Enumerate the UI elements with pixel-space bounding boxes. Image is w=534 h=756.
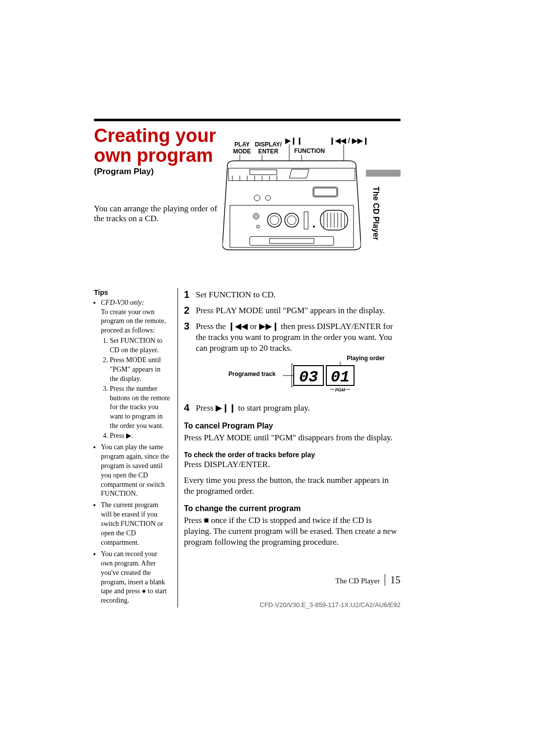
tip-item-3: The current program will be erased if yo… [101, 501, 171, 547]
footer-section-name: The CD Player [335, 577, 380, 585]
step-body: Set FUNCTION to CD. [196, 288, 276, 301]
step-body: Press PLAY MODE until "PGM" appears in t… [196, 304, 385, 317]
t: to start program play. [236, 403, 310, 413]
top-rule [94, 119, 400, 121]
next-track-icon: ▶▶❙ [259, 322, 279, 331]
change-body: Press ■ once if the CD is stopped and tw… [184, 515, 400, 548]
lcd-track-value: 03 [299, 368, 318, 386]
play-pause-icon: ▶❙❙ [216, 403, 236, 413]
tip-model-note: CFD-V30 only: [101, 299, 144, 306]
device-diagram [222, 139, 361, 252]
lcd-svg: 03 01 PGM [283, 361, 357, 393]
step-number: 4 [184, 401, 196, 414]
cancel-body: Press PLAY MODE until "PGM" disappears f… [184, 432, 400, 443]
tip-model: CFD-V30 only: To create your own program… [101, 298, 171, 441]
t: Press [196, 403, 216, 413]
step-3: 3 Press the ❙◀◀ or ▶▶❙ then press DISPLA… [184, 320, 400, 354]
intro-text: You can arrange the playing order of the… [94, 204, 218, 224]
tips-list: CFD-V30 only: To create your own program… [94, 298, 171, 606]
tip-model-step-4: Press ▶. [110, 431, 171, 441]
side-index-bar [366, 170, 400, 177]
t: Press the [196, 322, 228, 331]
check-body-2: Every time you press the button, the tra… [184, 475, 400, 497]
tip-model-step-3: Press the number buttons on the remote f… [110, 384, 171, 431]
lcd-programed-track-label: Programed track [228, 371, 275, 378]
step-number: 3 [184, 320, 196, 354]
title-line-2: own program [94, 145, 213, 166]
step-1: 1 Set FUNCTION to CD. [184, 288, 400, 301]
side-tab-label: The CD Player [371, 187, 380, 240]
step-number: 1 [184, 288, 196, 301]
page-footer: The CD Player 15 CFD-V20/V30.E_3-859-117… [94, 574, 400, 609]
footer-section-page: The CD Player 15 [94, 574, 400, 586]
two-column-layout: Tips CFD-V30 only: To create your own pr… [94, 288, 400, 608]
step-number: 2 [184, 304, 196, 317]
check-heading: To check the order of tracks before play [184, 450, 400, 459]
footer-page-number: 15 [385, 574, 400, 586]
lcd-pgm-indicator: PGM [335, 387, 346, 392]
main-instructions: 1 Set FUNCTION to CD. 2 Press PLAY MODE … [184, 288, 400, 608]
tips-heading: Tips [94, 288, 171, 297]
svg-point-33 [313, 226, 315, 228]
t: or [248, 322, 259, 331]
step-body: Press ▶❙❙ to start program play. [196, 401, 310, 414]
tips-sidebar: Tips CFD-V30 only: To create your own pr… [94, 288, 176, 608]
prev-track-icon: ❙◀◀ [228, 322, 248, 331]
lcd-order-value: 01 [331, 368, 350, 386]
lcd-illustration: Playing order Programed track 03 01 PGM [228, 357, 397, 396]
cancel-heading: To cancel Program Play [184, 421, 400, 431]
step-4: 4 Press ▶❙❙ to start program play. [184, 401, 400, 414]
step-2: 2 Press PLAY MODE until "PGM" appears in… [184, 304, 400, 317]
tip-model-substeps: Set FUNCTION to CD on the player. Press … [101, 336, 171, 441]
column-divider [178, 288, 178, 608]
step-body: Press the ❙◀◀ or ▶▶❙ then press DISPLAY/… [196, 320, 400, 354]
change-heading: To change the current program [184, 504, 400, 514]
footer-doc-id: CFD-V20/V30.E_3-859-117-1X.U2/CA2/AU6/E9… [94, 601, 400, 609]
tip-model-step-2: Press MODE until "PGM" appears in the di… [110, 356, 171, 384]
tip-item-2: You can play the same program again, sin… [101, 443, 171, 499]
tip-model-step-1: Set FUNCTION to CD on the player. [110, 336, 171, 355]
check-body-1: Press DISPLAY/ENTER. [184, 459, 400, 470]
title-line-1: Creating your [94, 125, 216, 146]
tip-model-intro: To create your own program on the remote… [101, 308, 171, 336]
